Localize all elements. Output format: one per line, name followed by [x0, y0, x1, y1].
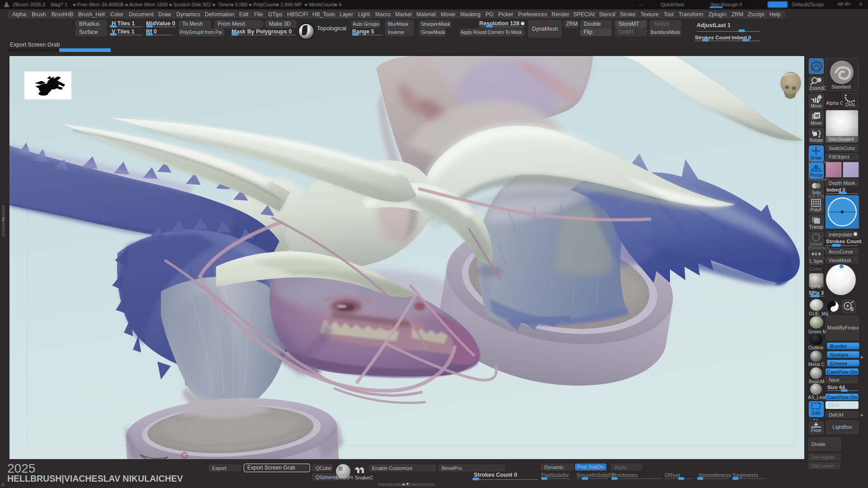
svg-text:M: M — [815, 113, 819, 118]
svg-text:S: S — [850, 306, 854, 312]
